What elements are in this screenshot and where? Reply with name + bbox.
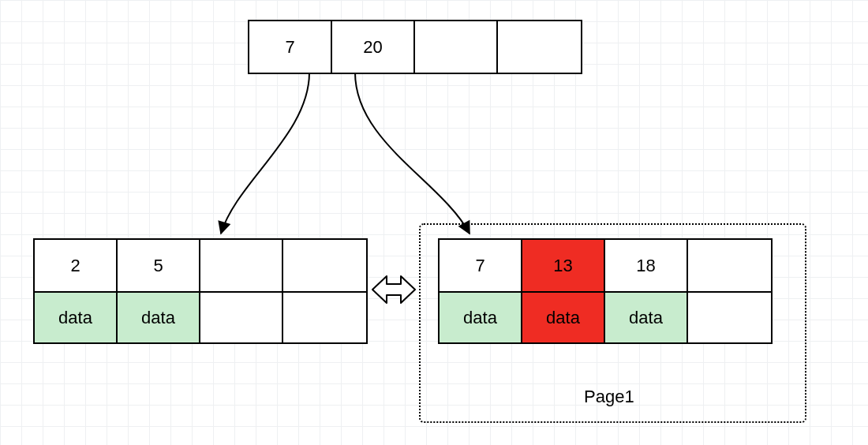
leaf-left-key-0: 2 (35, 240, 118, 291)
leaf-right-data-2: data (605, 291, 688, 342)
root-key-1: 20 (332, 21, 415, 73)
root-key-3 (498, 21, 581, 73)
root-node: 7 20 (248, 20, 582, 74)
root-key-2 (415, 21, 498, 73)
leaf-right-key-2: 18 (605, 240, 688, 291)
leaf-left-key-1: 5 (118, 240, 200, 291)
page1-label: Page1 (584, 387, 634, 407)
leaf-right-key-0: 7 (440, 240, 522, 291)
arrow-root-to-right (355, 73, 470, 234)
leaf-right-key-3 (688, 240, 771, 291)
leaf-right-key-1: 13 (522, 240, 605, 291)
leaf-left-key-3 (283, 240, 366, 291)
arrow-root-to-left (221, 73, 309, 234)
leaf-right-data-0: data (440, 291, 522, 342)
root-key-0: 7 (249, 21, 332, 73)
leaf-left-node: 2 5 data data (33, 238, 368, 344)
leaf-left-data-2 (200, 291, 283, 342)
leaf-left-data-0: data (35, 291, 118, 342)
leaf-left-key-2 (200, 240, 283, 291)
bidirectional-arrow-icon (372, 276, 415, 303)
leaf-left-data-3 (283, 291, 366, 342)
leaf-left-data-1: data (118, 291, 200, 342)
leaf-right-data-1: data (522, 291, 605, 342)
leaf-right-data-3 (688, 291, 771, 342)
leaf-right-node: 7 13 18 data data data (438, 238, 773, 344)
